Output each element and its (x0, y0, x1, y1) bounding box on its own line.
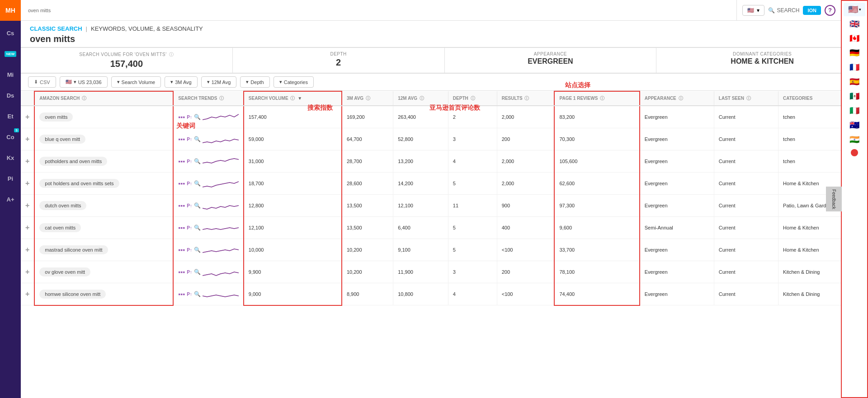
add-icon[interactable]: + (25, 201, 29, 209)
bar-chart-icon[interactable]: ▪▪▪ (178, 202, 185, 209)
keyword-tag[interactable]: blue q oven mitt (39, 135, 85, 144)
col-header-page1-reviews[interactable]: PAGE 1 REVIEWS ⓘ (554, 91, 639, 106)
sidebar-item-mi[interactable]: Mi (0, 64, 21, 85)
keyword-tag[interactable]: ov glove oven mitt (39, 267, 90, 276)
add-icon[interactable]: + (25, 157, 29, 165)
sidebar-item-cs[interactable]: Cs (0, 23, 21, 43)
us-filter-button[interactable]: 🇺🇸 ▾ US 23,036 (60, 76, 108, 88)
sidebar-item-pi[interactable]: Pi (0, 168, 21, 189)
bar-chart-icon[interactable]: ▪▪▪ (178, 268, 185, 276)
country-de[interactable]: 🇩🇪 (844, 46, 865, 60)
search-icon[interactable]: 🔍 (194, 180, 201, 187)
bar-chart-icon[interactable]: ▪▪▪ (178, 136, 185, 143)
stat-search-volume-value: 157,400 (28, 59, 225, 69)
keyword-tag[interactable]: pot holders and oven mitts sets (39, 179, 119, 188)
col-header-amazon-search[interactable]: AMAZON SEARCH ⓘ (34, 91, 173, 106)
search-icon[interactable]: 🔍 (194, 247, 201, 253)
search-icon[interactable]: 🔍 (194, 225, 201, 231)
search-volume-filter-button[interactable]: ▾ Search Volume (111, 76, 161, 88)
3m-avg-cell: 13,500 (342, 217, 393, 239)
col-header-search-volume[interactable]: SEARCH VOLUME ⓘ ▼ (244, 91, 342, 106)
add-icon[interactable]: + (25, 179, 29, 187)
add-icon[interactable]: + (25, 246, 29, 253)
country-it[interactable]: 🇮🇹 (844, 104, 865, 117)
country-in[interactable]: 🇮🇳 (844, 133, 865, 146)
country-jp-dot[interactable] (851, 149, 858, 156)
ion-button[interactable]: ION (803, 6, 821, 15)
csv-button[interactable]: ⬇ CSV (28, 76, 56, 88)
3m-avg-cell: 10,200 (342, 239, 393, 261)
col-header-appearance[interactable]: APPEARANCE ⓘ (640, 91, 714, 106)
sidebar-item-et[interactable]: Et (0, 106, 21, 126)
feedback-tab[interactable]: Feedback (826, 187, 842, 212)
product-icon[interactable]: P↑ (187, 203, 192, 208)
search-button[interactable]: 🔍 SEARCH (768, 7, 799, 14)
country-mx[interactable]: 🇲🇽 (844, 89, 865, 103)
bar-chart-icon[interactable]: ▪▪▪ (178, 246, 185, 253)
country-uk[interactable]: 🇬🇧 (844, 17, 865, 31)
bar-chart-icon[interactable]: ▪▪▪ (178, 180, 185, 187)
bar-chart-icon[interactable]: ▪▪▪ (178, 224, 185, 231)
add-icon[interactable]: + (25, 135, 29, 143)
bar-chart-icon[interactable]: ▪▪▪ (178, 158, 185, 165)
search-icon[interactable]: 🔍 (194, 158, 201, 164)
last-seen-cell: Current (714, 217, 778, 239)
country-fr[interactable]: 🇫🇷 (844, 61, 865, 74)
add-icon[interactable]: + (25, 290, 29, 298)
help-button[interactable]: ? (825, 5, 835, 16)
search-query: oven mitts (30, 34, 859, 44)
col-header-results[interactable]: RESULTS ⓘ (497, 91, 554, 106)
avg-3m-filter-button[interactable]: ▾ 3M Avg (165, 76, 198, 88)
country-es[interactable]: 🇪🇸 (844, 75, 865, 89)
product-icon[interactable]: P↑ (187, 137, 192, 142)
sidebar-item-ds[interactable]: Ds (0, 85, 21, 106)
country-au[interactable]: 🇦🇺 (844, 118, 865, 132)
keyword-tag[interactable]: homwe silicone oven mitt (39, 290, 106, 299)
bar-chart-icon[interactable]: ▪▪▪ (178, 113, 185, 121)
toolbar: ⬇ CSV 🇺🇸 ▾ US 23,036 ▾ Search Volume ▾ 3… (21, 74, 868, 91)
appearance-cell: Evergreen (640, 239, 714, 261)
col-header-12m-avg[interactable]: 12M AVG ⓘ (393, 91, 448, 106)
categories-filter-button[interactable]: ▾ Categories (274, 76, 314, 88)
stat-dominant-categories-label: DOMINANT CATEGORIES (664, 52, 861, 56)
keyword-tag[interactable]: dutch oven mitts (39, 201, 86, 210)
page-header-wrapper: CLASSIC SEARCH | KEYWORDS, VOLUME, & SEA… (21, 21, 868, 91)
country-us[interactable]: 🇺🇸▾ (844, 3, 865, 16)
country-ca[interactable]: 🇨🇦 (844, 32, 865, 45)
search-icon[interactable]: 🔍 (194, 202, 201, 209)
product-icon[interactable]: P↑ (187, 159, 192, 164)
bar-chart-icon[interactable]: ▪▪▪ (178, 290, 185, 298)
trend-cell: ▪▪▪ P↑ 🔍 (173, 217, 244, 239)
product-icon[interactable]: P↑ (187, 270, 192, 275)
keyword-tag[interactable]: mastrad silicone oven mitt (39, 245, 108, 254)
col-header-last-seen[interactable]: LAST SEEN ⓘ (714, 91, 778, 106)
product-icon[interactable]: P↑ (187, 181, 192, 186)
avg-12m-filter-button[interactable]: ▾ 12M Avg (201, 76, 237, 88)
search-icon[interactable]: 🔍 (194, 269, 201, 275)
sidebar-item-kx[interactable]: Kx (0, 147, 21, 168)
product-icon[interactable]: P↑ (187, 248, 192, 253)
sidebar-item-aplus[interactable]: A+ (0, 189, 21, 210)
sidebar-item-co[interactable]: Co S (0, 126, 21, 147)
add-icon[interactable]: + (25, 224, 29, 231)
download-icon: ⬇ (34, 79, 38, 85)
search-icon[interactable]: 🔍 (194, 291, 201, 297)
search-icon[interactable]: 🔍 (194, 114, 201, 120)
add-icon[interactable]: + (25, 113, 29, 121)
col-header-depth[interactable]: DEPTH ⓘ (448, 91, 497, 106)
product-icon[interactable]: P↑ (187, 115, 192, 120)
col-header-3m-avg[interactable]: 3M AVG ⓘ (342, 91, 393, 106)
search-icon[interactable]: 🔍 (194, 136, 201, 142)
product-icon[interactable]: P↑ (187, 225, 192, 230)
keyword-tag[interactable]: oven mitts (39, 112, 73, 122)
selected-country-button[interactable]: 🇺🇸 ▾ (742, 5, 764, 16)
depth-filter-button[interactable]: ▾ Depth (240, 76, 269, 88)
3m-avg-cell: 8,900 (342, 283, 393, 305)
product-icon[interactable]: P↑ (187, 292, 192, 297)
app-logo[interactable]: MH (0, 0, 21, 21)
add-icon[interactable]: + (25, 268, 29, 276)
keyword-tag[interactable]: potholders and oven mitts (39, 157, 107, 166)
keyword-tag[interactable]: cat oven mitts (39, 223, 81, 232)
col-header-search-trends[interactable]: SEARCH TRENDS ⓘ (173, 91, 244, 106)
sidebar-item-new[interactable]: NEW (0, 43, 21, 64)
